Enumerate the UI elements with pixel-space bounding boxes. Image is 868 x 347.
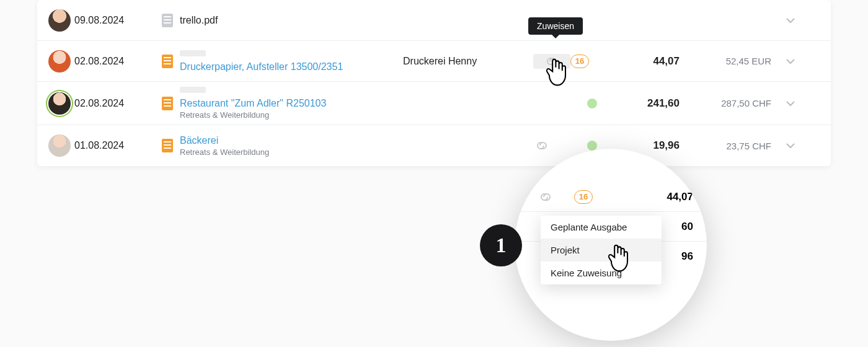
chevron-down-icon[interactable] (785, 15, 796, 26)
count-badge[interactable]: 16 (570, 55, 589, 68)
zoom-lens: 16 44,07 60 96 Geplante Ausgabe Projekt … (515, 149, 707, 341)
row-total: 23,75 CHF (682, 141, 775, 151)
row-vendor: Druckerei Henny (403, 56, 533, 67)
placeholder-bar (180, 87, 206, 93)
row-total: 52,45 EUR (682, 56, 775, 66)
row-title-link[interactable]: Restaurant "Zum Adler" R250103 (180, 98, 403, 109)
tooltip-assign: Zuweisen (528, 17, 583, 35)
row-date: 02.08.2024 (74, 98, 155, 109)
row-date: 09.08.2024 (74, 15, 155, 26)
assign-link-icon[interactable] (537, 191, 554, 203)
receipt-icon[interactable] (162, 97, 173, 110)
table-row[interactable]: 01.08.2024 Bäckerei Retreats & Weiterbil… (37, 125, 831, 166)
placeholder-bar (180, 50, 206, 56)
chevron-down-icon[interactable] (785, 98, 796, 109)
row-amount: 241,60 (614, 97, 682, 110)
avatar[interactable] (48, 50, 71, 72)
avatar[interactable] (48, 134, 71, 157)
table-row[interactable]: 09.08.2024 trello.pdf (37, 0, 831, 41)
count-badge[interactable]: 16 (574, 190, 593, 204)
avatar[interactable] (48, 9, 71, 32)
avatar[interactable] (48, 92, 71, 115)
assign-link-icon[interactable] (533, 54, 570, 69)
dropdown-item-project[interactable]: Projekt (541, 239, 662, 261)
assign-dropdown[interactable]: Geplante Ausgabe Projekt Keine Zuweisung (541, 216, 662, 284)
row-subtitle: Retreats & Weiterbildung (180, 147, 403, 157)
row-amount: 44,07 (614, 55, 682, 68)
assign-link-icon[interactable] (533, 139, 551, 152)
chevron-down-icon[interactable] (785, 56, 796, 67)
status-dot (587, 99, 597, 108)
dropdown-item-planned[interactable]: Geplante Ausgabe (541, 216, 662, 239)
row-title-link[interactable]: Druckerpapier, Aufsteller 13500/2351 (180, 61, 403, 72)
row-date: 01.08.2024 (74, 140, 155, 151)
dropdown-item-none[interactable]: Keine Zuweisung (541, 261, 662, 284)
expense-table: 09.08.2024 trello.pdf 02.08.2024 Drucker… (37, 0, 831, 166)
status-dot (587, 141, 597, 151)
lens-amount: 44,07 (624, 191, 693, 203)
row-subtitle: Retreats & Weiterbildung (180, 110, 403, 120)
table-row[interactable]: 02.08.2024 Druckerpapier, Aufsteller 135… (37, 41, 831, 82)
row-title-link[interactable]: Bäckerei (180, 135, 403, 146)
table-row[interactable]: 02.08.2024 Restaurant "Zum Adler" R25010… (37, 82, 831, 125)
row-date: 02.08.2024 (74, 56, 155, 67)
callout-step-badge: 1 (480, 224, 522, 266)
receipt-icon[interactable] (162, 139, 173, 152)
row-total: 287,50 CHF (682, 98, 775, 108)
receipt-icon[interactable] (162, 14, 173, 27)
row-title[interactable]: trello.pdf (180, 15, 403, 26)
receipt-icon[interactable] (162, 55, 173, 68)
lens-row: 16 44,07 (515, 182, 707, 212)
chevron-down-icon[interactable] (785, 140, 796, 151)
